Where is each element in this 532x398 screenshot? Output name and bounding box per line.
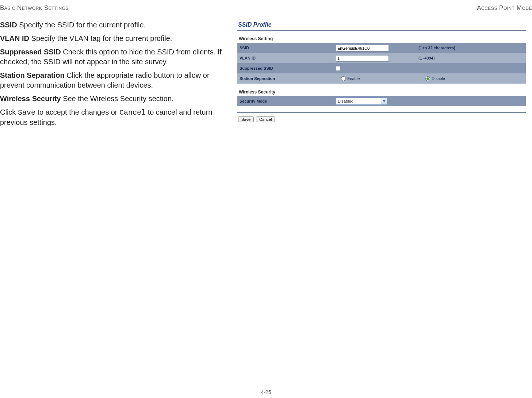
header-right: Access Point Mode: [477, 4, 532, 12]
station-term: Station Separation: [0, 71, 65, 79]
security-row: Security Mode Disabled: [237, 96, 526, 106]
wsec-desc: See the Wireless Security section.: [61, 95, 174, 103]
chevron-down-icon: [381, 98, 387, 104]
ssid-input[interactable]: [336, 45, 389, 51]
divider: [237, 112, 526, 113]
wireless-setting-table: SSID (1 to 32 characters) VLAN ID (1~409…: [237, 43, 526, 84]
vlan-term: VLAN ID: [0, 34, 29, 42]
ssid-row: SSID (1 to 32 characters): [237, 43, 526, 53]
station-paragraph: Station Separation Click the appropriate…: [0, 70, 225, 90]
vlan-paragraph: VLAN ID Specify the VLAN tag for the cur…: [0, 34, 225, 43]
save-button[interactable]: Save: [238, 116, 254, 122]
disable-radio-label: Disable: [432, 76, 445, 81]
vlan-hint: (1~4094): [416, 53, 526, 63]
vlan-label: VLAN ID: [237, 53, 336, 63]
enable-radio-group[interactable]: Enable: [341, 76, 360, 81]
station-label: Station Separation: [237, 73, 336, 84]
suppressed-paragraph: Suppressed SSID Check this option to hid…: [0, 47, 225, 67]
header-left: Basic Network Settings: [0, 4, 69, 12]
wsec-term: Wireless Security: [0, 95, 61, 103]
ssid-label: SSID: [237, 43, 336, 53]
cancel-button[interactable]: Cancel: [256, 116, 275, 122]
vlan-input[interactable]: [336, 55, 389, 62]
save-paragraph: Click Save to accept the changes or Canc…: [0, 107, 225, 127]
cancel-code: Cancel: [119, 108, 146, 117]
documentation-text: SSID Specify the SSID for the current pr…: [0, 20, 234, 131]
page-number: 4-25: [261, 389, 271, 395]
suppressed-row: Suppressed SSID: [237, 63, 526, 73]
suppressed-checkbox[interactable]: [336, 66, 341, 71]
vlan-row: VLAN ID (1~4094): [237, 53, 526, 63]
ssid-term: SSID: [0, 21, 17, 29]
security-mode-select[interactable]: Disabled: [336, 97, 387, 105]
save-code: Save: [18, 108, 35, 117]
security-label: Security Mode: [237, 96, 336, 106]
panel-title: SSID Profile: [237, 20, 526, 31]
ssid-desc: Specify the SSID for the current profile…: [17, 21, 146, 29]
wireless-security-table: Security Mode Disabled: [237, 96, 526, 106]
suppressed-label: Suppressed SSID: [237, 63, 336, 73]
wireless-security-heading: Wireless Security: [239, 89, 526, 95]
station-row: Station Separation Enable Disable: [237, 73, 526, 84]
suppressed-term: Suppressed SSID: [0, 48, 61, 56]
ssid-paragraph: SSID Specify the SSID for the current pr…: [0, 20, 225, 30]
wsec-paragraph: Wireless Security See the Wireless Secur…: [0, 94, 225, 104]
ssid-profile-panel: SSID Profile Wireless Setting SSID (1 to…: [237, 20, 526, 122]
vlan-desc: Specify the VLAN tag for the current pro…: [29, 34, 172, 42]
enable-radio-label: Enable: [347, 76, 360, 81]
enable-radio[interactable]: [341, 76, 346, 81]
disable-radio-group[interactable]: Disable: [425, 76, 445, 81]
security-mode-value: Disabled: [338, 99, 353, 103]
disable-radio[interactable]: [425, 76, 430, 81]
ssid-hint: (1 to 32 characters): [416, 43, 526, 53]
wireless-setting-heading: Wireless Setting: [239, 36, 526, 41]
